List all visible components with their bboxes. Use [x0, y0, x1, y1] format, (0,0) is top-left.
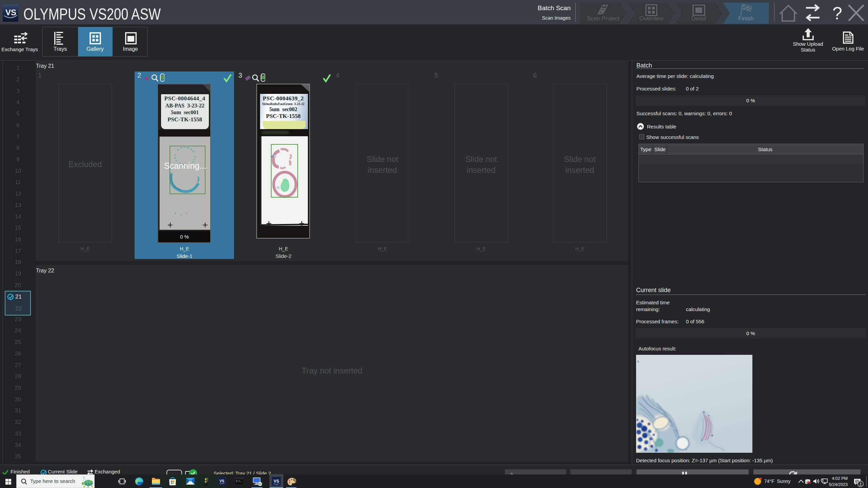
svg-text:?: ?	[832, 3, 842, 22]
svg-text:VS: VS	[219, 479, 224, 483]
svg-text:1: 1	[860, 482, 862, 487]
svg-text:Scan Project: Scan Project	[587, 15, 620, 22]
svg-text:VS: VS	[274, 479, 279, 484]
svg-text:VS: VS	[5, 8, 16, 17]
svg-text:Overview: Overview	[639, 15, 664, 22]
svg-text:Finish: Finish	[738, 15, 753, 22]
svg-text:Detail: Detail	[691, 15, 706, 22]
svg-text:C:\_: C:\_	[236, 480, 242, 483]
